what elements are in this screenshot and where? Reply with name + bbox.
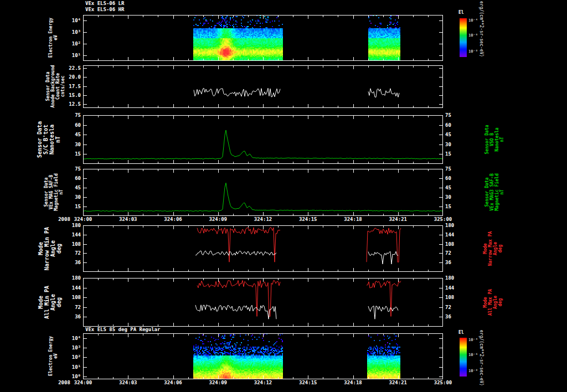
narrow-pa-angle-canvas xyxy=(83,225,443,272)
x-axis-tick-label: 324:12 xyxy=(254,216,272,222)
y-tick-label: 180 xyxy=(72,275,81,281)
btot-nanotesla-canvas xyxy=(83,115,443,164)
y-tick-label-right: 30 xyxy=(445,142,451,147)
panel2-ylabel: Sensor Data Anode Background Count Rate … xyxy=(45,65,65,107)
ylabel-line: eV xyxy=(53,336,58,376)
right-label-line: deg xyxy=(498,231,503,266)
panel1-title-line1: VEx ELS-06 LR xyxy=(85,1,124,6)
right-label-line: deg xyxy=(498,289,503,316)
panel5-ylabel: Mode Narrow Min PA Angle deg xyxy=(38,227,62,270)
y-tick-label-right: 45 xyxy=(445,185,451,190)
y-tick-label-right: 180 xyxy=(445,275,454,281)
ylabel-line: Anode Background xyxy=(50,65,55,107)
x-axis-tick-label: 324:03 xyxy=(119,380,137,385)
panel3-right-label: Sensor Data VSO B Nanotesla nT xyxy=(484,125,504,154)
x-axis-tick-label: 324:00 xyxy=(74,216,92,222)
all-pa-angle-canvas xyxy=(83,278,443,327)
panel7-title: VEx ELS 85 deg PA Regular xyxy=(85,327,160,332)
flux-unit-label-top: erg/(cm**2-sr-sec-eV) xyxy=(479,1,484,57)
panel6-right-label: Mode All Max PA Angle deg xyxy=(483,289,503,316)
right-label-line: Angle xyxy=(493,289,498,316)
y-tick-label-right: 36 xyxy=(445,314,451,319)
ylabel-line: Narrow Min PA xyxy=(44,227,50,270)
ylabel-line: nT xyxy=(55,121,61,158)
ylabel-line: Count Rate xyxy=(55,65,60,107)
panel1-ylabel: Electron Energy eV xyxy=(48,18,58,58)
right-label-line: Mode xyxy=(483,231,488,266)
y-tick-label: 20.0 xyxy=(69,74,81,80)
y-tick-label: 15 xyxy=(75,151,81,157)
colorbar-title-top: El xyxy=(458,10,464,15)
colorbar-tick-label: 10⁻⁴ xyxy=(468,18,478,23)
y-tick-label-right: 30 xyxy=(445,194,451,200)
ylabel-line: Electron Energy xyxy=(48,336,53,376)
x-axis-tick-label: 324:06 xyxy=(164,380,182,385)
panel5-right-label: Mode Narrow Max PA Angle deg xyxy=(483,231,503,266)
y-tick-label: 144 xyxy=(72,232,81,238)
right-label-line: Mode xyxy=(483,289,488,316)
y-tick-label: 180 xyxy=(72,223,81,228)
y-tick-label: 15 xyxy=(75,204,81,209)
mag-saf-b-canvas xyxy=(83,169,443,216)
y-tick-label: 30 xyxy=(75,142,81,147)
y-tick-label-right: 75 xyxy=(445,166,451,172)
right-label-line: Sensor Data xyxy=(484,173,489,210)
x-axis-tick-label: 324:21 xyxy=(389,216,407,222)
colorbar-tick-label: 10⁻⁶ xyxy=(468,353,478,357)
panel1-title-line2: VEx ELS-06 HR xyxy=(85,7,124,12)
right-label-line: Sensor Data xyxy=(484,125,489,154)
plot-screen: VEx ELS-06 LR VEx ELS-06 HR VEx ELS 85 d… xyxy=(0,0,567,392)
ylabel-line: Electron Energy xyxy=(48,18,53,58)
y-tick-label-right: 60 xyxy=(445,122,451,128)
y-tick-label-right: 45 xyxy=(445,132,451,137)
y-tick-label-right: 144 xyxy=(445,285,454,291)
right-label-line: nT xyxy=(499,173,504,210)
y-tick-label-right: 144 xyxy=(445,232,454,238)
right-label-line: nT xyxy=(499,125,504,154)
x-axis-tick-label: 324:18 xyxy=(344,380,362,385)
y-tick-label: 10⁰ xyxy=(72,374,81,379)
right-label-line: All Max PA xyxy=(488,289,493,316)
els-85deg-spectrogram-canvas xyxy=(83,333,443,379)
ylabel-line: All Min PA xyxy=(44,286,50,319)
ylabel-line: eV xyxy=(53,18,58,58)
y-tick-label: 10³ xyxy=(72,29,81,35)
y-tick-label-right: 180 xyxy=(445,223,454,228)
flux-unit-label-bottom: erg/(cm**2-sr-sec-eV) xyxy=(479,330,484,386)
y-tick-label: 72 xyxy=(75,250,81,256)
y-tick-label: 144 xyxy=(72,285,81,291)
x-axis-tick-label: 324:09 xyxy=(209,216,227,222)
y-tick-label-right: 108 xyxy=(445,295,454,300)
x-axis-tick-label: 324:06 xyxy=(164,216,182,222)
panel7-ylabel: Electron Energy eV xyxy=(48,336,58,376)
els-lr-hr-spectrogram-canvas xyxy=(83,15,443,61)
right-label-line: Magnetic Field xyxy=(494,173,499,210)
ylabel-line: nT xyxy=(59,173,64,210)
y-tick-label-right: 36 xyxy=(445,260,451,265)
ylabel-line: cnts/sec xyxy=(60,65,65,107)
y-tick-label: 15.0 xyxy=(69,92,81,98)
y-tick-label: 30 xyxy=(75,194,81,200)
colorbar-tick-label: 10⁻⁶ xyxy=(468,33,478,38)
ylabel-line: deg xyxy=(56,286,62,319)
x-axis-tick-label: 324:15 xyxy=(299,216,317,222)
anode-count-rate-canvas xyxy=(83,65,443,108)
ylabel-line: S/C B'tot xyxy=(43,121,49,158)
ylabel-line: VEx MAG SAF-B xyxy=(49,173,54,210)
ylabel-line: Angle xyxy=(50,227,56,270)
y-tick-label: 12.5 xyxy=(69,101,81,107)
x-axis-tick-label: 324:03 xyxy=(119,216,137,222)
x-axis-tick-label: 324:12 xyxy=(254,380,272,385)
y-tick-label: 60 xyxy=(75,176,81,181)
y-tick-label-right: 15 xyxy=(445,151,451,157)
x-axis-tick-label: 325:00 xyxy=(434,380,452,385)
x-axis-tick-label: 324:18 xyxy=(344,216,362,222)
ylabel-line: Sensor Data xyxy=(37,121,43,158)
y-tick-label: 22.5 xyxy=(69,65,81,71)
y-tick-label-right: 72 xyxy=(445,305,451,310)
panel6-ylabel: Mode All Min PA Angle deg xyxy=(38,286,62,319)
ylabel-line: deg xyxy=(56,227,62,270)
y-tick-label: 17.5 xyxy=(69,84,81,89)
right-label-line: VSO B xyxy=(489,125,494,154)
x-axis-tick-label: 324:21 xyxy=(389,380,407,385)
